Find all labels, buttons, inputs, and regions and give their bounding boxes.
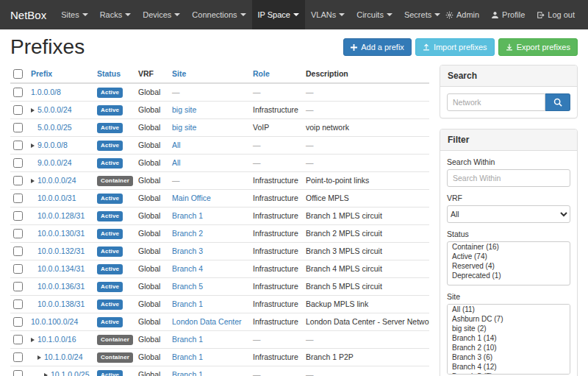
row-checkbox[interactable] xyxy=(13,229,23,238)
status-filter-option[interactable]: Container (16) xyxy=(448,242,570,252)
prefix-link[interactable]: 10.0.0.128/31 xyxy=(37,211,85,220)
prefix-link[interactable]: 10.1.0.0/25 xyxy=(51,370,90,376)
nav-item-profile[interactable]: Profile xyxy=(485,0,531,29)
site-link[interactable]: Branch 2 xyxy=(172,229,203,238)
nav-item-connections[interactable]: Connections xyxy=(186,0,251,29)
select-all-checkbox[interactable] xyxy=(13,69,23,79)
prefix-link[interactable]: 10.1.0.0/24 xyxy=(44,352,83,361)
search-input[interactable] xyxy=(447,93,545,111)
site-link[interactable]: Branch 1 xyxy=(172,335,203,344)
prefix-link[interactable]: 10.0.0.136/31 xyxy=(37,282,85,291)
site-link[interactable]: Branch 4 xyxy=(172,264,203,273)
site-filter-option[interactable]: big site (2) xyxy=(448,324,570,333)
prefix-link[interactable]: 9.0.0.0/8 xyxy=(37,141,68,149)
site-link[interactable]: Branch 1 xyxy=(172,299,203,308)
add-a-prefix-button[interactable]: Add a prefix xyxy=(343,38,412,56)
page-title: Prefixes xyxy=(10,35,85,59)
column-header-site[interactable]: Site xyxy=(169,65,250,83)
search-within-input[interactable] xyxy=(447,169,570,187)
site-link[interactable]: Branch 5 xyxy=(172,282,203,291)
expand-caret-icon xyxy=(31,143,35,148)
prefix-link[interactable]: 10.0.0.138/31 xyxy=(37,299,85,308)
row-checkbox[interactable] xyxy=(13,264,23,274)
site-filter-option[interactable]: Branch 1 (14) xyxy=(448,333,570,343)
import-prefixes-button[interactable]: Import prefixes xyxy=(415,38,495,56)
row-checkbox[interactable] xyxy=(13,352,23,362)
prefix-link[interactable]: 10.0.0.132/31 xyxy=(37,246,85,255)
nav-item-ip-space[interactable]: IP Space xyxy=(252,0,305,29)
site-filter-option[interactable]: Branch 5 (7) xyxy=(448,372,570,375)
status-group: Status Container (16)Active (74)Reserved… xyxy=(447,230,570,285)
prefix-link[interactable]: 10.0.0.130/31 xyxy=(37,229,85,238)
prefix-link[interactable]: 10.0.0.0/31 xyxy=(37,194,76,202)
site-link[interactable]: All xyxy=(172,141,181,149)
nav-item-devices[interactable]: Devices xyxy=(137,0,186,29)
upload-icon xyxy=(423,43,430,51)
row-checkbox[interactable] xyxy=(13,88,23,97)
row-checkbox[interactable] xyxy=(13,299,23,309)
row-checkbox[interactable] xyxy=(13,105,23,115)
row-checkbox[interactable] xyxy=(13,141,23,150)
site-filter-listbox[interactable]: All (11)Ashburn DC (7)big site (2)Branch… xyxy=(447,304,570,375)
site-filter-option[interactable]: Ashburn DC (7) xyxy=(448,314,570,324)
prefix-link[interactable]: 5.0.0.0/24 xyxy=(37,105,72,114)
column-header-role[interactable]: Role xyxy=(250,65,303,83)
status-filter-option[interactable]: Deprecated (1) xyxy=(448,271,570,280)
nav-item-vlans[interactable]: VLANs xyxy=(305,0,351,29)
vrf-cell: Global xyxy=(135,189,169,207)
row-checkbox[interactable] xyxy=(13,246,23,256)
search-button[interactable] xyxy=(545,93,570,111)
nav-item-sites[interactable]: Sites xyxy=(55,0,93,29)
prefix-link[interactable]: 10.0.0.0/24 xyxy=(37,176,76,185)
column-header-status[interactable]: Status xyxy=(94,65,135,83)
expand-caret-icon xyxy=(44,373,48,376)
site-link[interactable]: big site xyxy=(172,105,196,114)
empty-dash: — xyxy=(306,370,314,376)
site-link[interactable]: All xyxy=(172,158,181,167)
site-cell: big site xyxy=(169,118,250,136)
site-link[interactable]: Branch 1 xyxy=(172,211,203,220)
prefix-link[interactable]: 9.0.0.0/24 xyxy=(37,158,72,167)
prefix-link[interactable]: 10.0.0.134/31 xyxy=(37,264,85,273)
prefix-link[interactable]: 10.0.100.0/24 xyxy=(31,317,78,326)
site-filter-option[interactable]: Branch 4 (12) xyxy=(448,362,570,372)
site-link[interactable]: big site xyxy=(172,123,196,132)
status-filter-option[interactable]: Reserved (4) xyxy=(448,261,570,271)
status-filter-option[interactable]: Active (74) xyxy=(448,252,570,261)
brand[interactable]: NetBox xyxy=(7,0,55,29)
prefix-link[interactable]: 5.0.0.0/25 xyxy=(37,123,72,132)
row-checkbox[interactable] xyxy=(13,317,23,327)
nav-item-racks[interactable]: Racks xyxy=(94,0,137,29)
nav-item-admin[interactable]: Admin xyxy=(440,0,485,29)
export-prefixes-button[interactable]: Export prefixes xyxy=(498,38,578,56)
empty-dash: — xyxy=(253,158,261,167)
status-filter-listbox[interactable]: Container (16)Active (74)Reserved (4)Dep… xyxy=(447,241,570,285)
status-badge: Active xyxy=(97,317,123,327)
site-link[interactable]: Branch 3 xyxy=(172,246,203,255)
site-filter-option[interactable]: All (11) xyxy=(448,305,570,314)
nav-item-log-out[interactable]: Log out xyxy=(531,0,581,29)
prefix-link[interactable]: 10.1.0.0/16 xyxy=(37,335,76,344)
column-header-prefix[interactable]: Prefix xyxy=(28,65,94,83)
prefix-cell: 10.0.0.138/31 xyxy=(28,295,94,313)
vrf-select[interactable]: All xyxy=(447,205,570,223)
site-filter-option[interactable]: Branch 2 (10) xyxy=(448,343,570,352)
prefix-link[interactable]: 1.0.0.0/8 xyxy=(31,88,61,96)
nav-item-circuits[interactable]: Circuits xyxy=(351,0,398,29)
site-link[interactable]: Branch 1 xyxy=(172,352,203,361)
row-checkbox[interactable] xyxy=(13,123,23,132)
row-checkbox[interactable] xyxy=(13,335,23,344)
site-link[interactable]: Branch 1 xyxy=(172,370,203,376)
row-checkbox[interactable] xyxy=(13,194,23,203)
site-link[interactable]: Main Office xyxy=(172,194,211,202)
row-checkbox[interactable] xyxy=(13,370,23,376)
site-link[interactable]: London Data Center xyxy=(172,317,242,326)
role-cell: Infrastructure xyxy=(250,295,303,313)
role-cell: VoIP xyxy=(250,118,303,136)
row-checkbox[interactable] xyxy=(13,211,23,221)
description-cell: Branch 5 MPLS circuit xyxy=(303,277,429,295)
site-filter-option[interactable]: Branch 3 (6) xyxy=(448,352,570,362)
row-checkbox[interactable] xyxy=(13,282,23,291)
row-checkbox[interactable] xyxy=(13,158,23,168)
row-checkbox[interactable] xyxy=(13,176,23,185)
